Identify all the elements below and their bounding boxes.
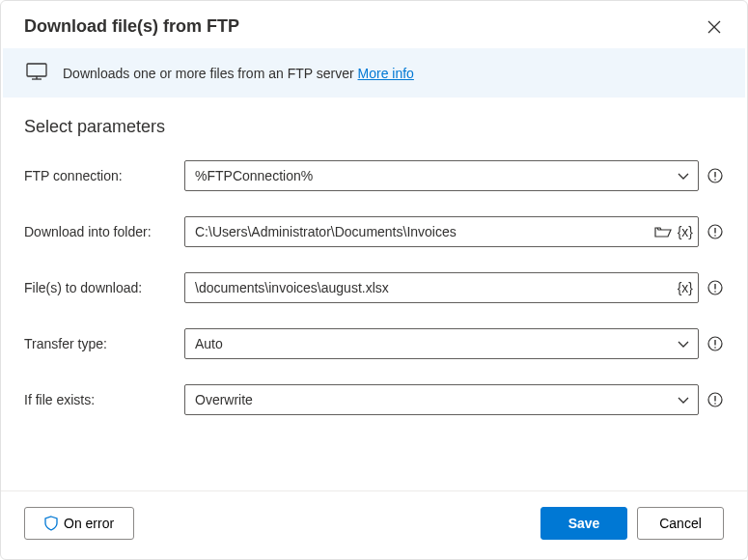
save-label: Save (568, 516, 600, 531)
svg-point-13 (714, 347, 716, 349)
help-icon-download-folder[interactable] (706, 223, 724, 240)
files-to-download-input[interactable] (184, 272, 699, 303)
banner-text-content: Downloads one or more files from an FTP … (63, 66, 358, 81)
row-transfer-type: Transfer type: (24, 328, 724, 359)
label-ftp-connection: FTP connection: (24, 168, 177, 183)
svg-point-7 (714, 235, 716, 237)
banner-text: Downloads one or more files from an FTP … (63, 66, 414, 81)
cancel-label: Cancel (659, 516, 702, 531)
ftp-connection-select-wrapper (184, 160, 699, 191)
label-if-file-exists: If file exists: (24, 392, 177, 407)
dialog: Download file(s) from FTP Downloads one … (0, 0, 748, 560)
svg-point-4 (714, 179, 716, 181)
browse-folder-button[interactable] (654, 225, 672, 238)
row-if-file-exists: If file exists: (24, 384, 724, 415)
variable-button-files[interactable]: {x} (678, 280, 693, 295)
download-folder-wrapper: {x} (184, 216, 699, 247)
dialog-footer: On error Save Cancel (1, 490, 747, 559)
section-title: Select parameters (24, 117, 724, 137)
help-icon-ftp-connection[interactable] (706, 167, 724, 184)
save-button[interactable]: Save (540, 507, 627, 540)
row-ftp-connection: FTP connection: (24, 160, 724, 191)
files-to-download-wrapper: {x} (184, 272, 699, 303)
footer-right: Save Cancel (540, 507, 724, 540)
transfer-type-select[interactable] (184, 328, 699, 359)
if-file-exists-select[interactable] (184, 384, 699, 415)
footer-left: On error (24, 507, 134, 540)
info-banner: Downloads one or more files from an FTP … (3, 48, 745, 98)
more-info-link[interactable]: More info (358, 66, 414, 81)
label-download-folder: Download into folder: (24, 224, 177, 239)
svg-point-16 (714, 403, 716, 405)
monitor-icon (26, 62, 47, 84)
cancel-button[interactable]: Cancel (637, 507, 724, 540)
help-icon-files-to-download[interactable] (706, 279, 724, 296)
row-files-to-download: File(s) to download: {x} (24, 272, 724, 303)
if-file-exists-wrapper (184, 384, 699, 415)
dialog-header: Download file(s) from FTP (1, 1, 747, 48)
row-download-folder: Download into folder: {x} (24, 216, 724, 247)
folder-open-icon (654, 225, 672, 238)
dialog-title: Download file(s) from FTP (24, 16, 239, 37)
transfer-type-wrapper (184, 328, 699, 359)
ftp-connection-select[interactable] (184, 160, 699, 191)
label-files-to-download: File(s) to download: (24, 280, 177, 295)
help-icon-if-file-exists[interactable] (706, 391, 724, 408)
help-icon-transfer-type[interactable] (706, 335, 724, 352)
on-error-button[interactable]: On error (24, 507, 134, 540)
label-transfer-type: Transfer type: (24, 336, 177, 351)
shield-icon (44, 516, 58, 531)
svg-point-10 (714, 291, 716, 293)
close-icon (707, 20, 721, 34)
variable-button[interactable]: {x} (678, 224, 693, 239)
files-to-download-icons: {x} (678, 280, 693, 295)
content: Select parameters FTP connection: Downlo… (1, 98, 747, 490)
close-button[interactable] (705, 17, 724, 37)
on-error-label: On error (64, 516, 114, 531)
svg-rect-0 (27, 64, 46, 76)
download-folder-input[interactable] (184, 216, 699, 247)
download-folder-icons: {x} (654, 224, 693, 239)
